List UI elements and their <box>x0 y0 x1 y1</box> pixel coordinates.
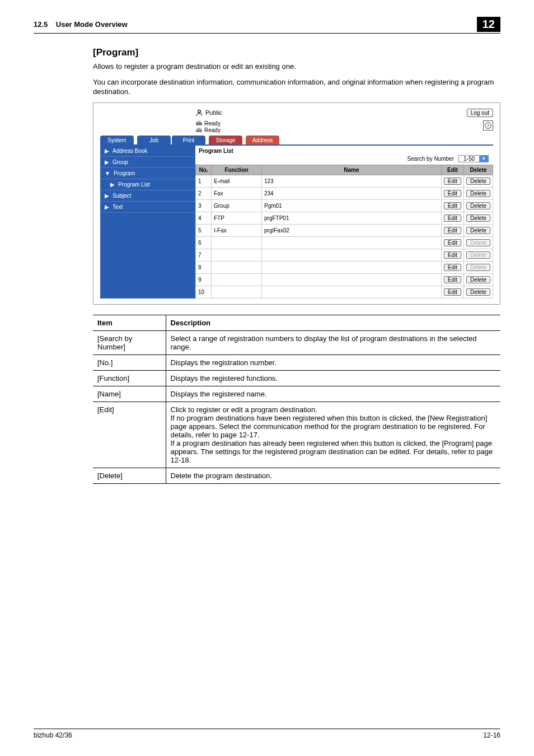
delete-button[interactable]: Delete <box>466 276 490 283</box>
sidebar-item-group[interactable]: ▶ Group <box>100 157 195 168</box>
svg-rect-2 <box>197 121 201 123</box>
cell-function: Group <box>212 199 262 212</box>
cell-no: 1 <box>196 175 212 187</box>
desc-text: Displays the registered functions. <box>166 370 500 386</box>
description-table: Item Description [Search by Number]Selec… <box>93 315 500 484</box>
tab-job[interactable]: Job <box>137 136 171 144</box>
edit-button[interactable]: Edit <box>444 276 461 283</box>
edit-button[interactable]: Edit <box>444 178 461 185</box>
table-row: 8EditDelete <box>196 261 493 273</box>
table-row: 7EditDelete <box>196 249 493 261</box>
delete-button[interactable]: Delete <box>466 227 490 234</box>
cell-name <box>262 286 442 298</box>
search-by-number-label: Search by Number <box>407 156 454 162</box>
cell-name <box>262 273 442 286</box>
embedded-screenshot: Public Log out Ready Ready <box>93 102 500 305</box>
desc-item: [Search by Number] <box>93 330 166 354</box>
edit-button[interactable]: Edit <box>444 202 461 209</box>
person-icon <box>195 109 203 116</box>
delete-button[interactable]: Delete <box>466 214 490 222</box>
cell-name: Pgm01 <box>262 199 442 212</box>
delete-button: Delete <box>466 251 490 259</box>
intro-para-2: You can incorporate destination informat… <box>93 77 500 97</box>
table-row: 5I-FaxprgIFax02EditDelete <box>196 224 493 236</box>
footer-model: bizhub 42/36 <box>34 731 72 739</box>
tab-print[interactable]: Print <box>172 136 205 144</box>
desc-text: Click to register or edit a program dest… <box>166 402 500 468</box>
cell-function <box>212 273 262 286</box>
sidebar-item-program-list[interactable]: ▶ Program List <box>100 179 195 190</box>
delete-button[interactable]: Delete <box>466 190 490 197</box>
table-row: [Delete]Delete the program destination. <box>93 468 500 483</box>
header-section-num: 12.5 <box>34 20 48 29</box>
edit-button[interactable]: Edit <box>444 288 461 296</box>
chevron-down-icon: ▾ <box>479 156 488 162</box>
desc-text: Delete the program destination. <box>166 468 500 483</box>
logout-button[interactable]: Log out <box>467 109 493 117</box>
cell-name: prgIFax02 <box>262 224 442 236</box>
cell-function: Fax <box>212 187 262 199</box>
delete-button[interactable]: Delete <box>466 288 490 296</box>
cell-function: I-Fax <box>212 224 262 236</box>
printer-icon <box>195 120 203 127</box>
cell-no: 10 <box>196 286 212 298</box>
edit-button[interactable]: Edit <box>444 251 461 259</box>
cell-no: 4 <box>196 212 212 224</box>
desc-item: [Function] <box>93 370 166 386</box>
cell-name: 234 <box>262 187 442 199</box>
desc-head-desc: Description <box>166 315 500 330</box>
section-title: [Program] <box>93 47 500 58</box>
cell-name <box>262 261 442 273</box>
col-no: No. <box>196 165 212 175</box>
svg-point-0 <box>198 110 201 113</box>
public-user-label: Public <box>195 109 222 116</box>
cell-function <box>212 261 262 273</box>
cell-function <box>212 286 262 298</box>
desc-item: [Delete] <box>93 468 166 483</box>
sidebar-item-program[interactable]: ▼ Program <box>100 168 195 179</box>
cell-no: 5 <box>196 224 212 236</box>
table-row: 9EditDelete <box>196 273 493 286</box>
tab-address[interactable]: Address <box>246 136 279 144</box>
edit-button[interactable]: Edit <box>444 239 461 246</box>
edit-button[interactable]: Edit <box>444 227 461 234</box>
status-ready-2: Ready <box>195 127 221 133</box>
cell-no: 9 <box>196 273 212 286</box>
desc-item: [Name] <box>93 386 166 402</box>
sidebar-item-text[interactable]: ▶ Text <box>100 202 195 213</box>
delete-button: Delete <box>466 239 490 246</box>
table-row: 6EditDelete <box>196 236 493 249</box>
tab-storage[interactable]: Storage <box>209 136 242 144</box>
main-panel-title: Program List <box>195 146 493 154</box>
cell-no: 2 <box>196 187 212 199</box>
cell-function <box>212 236 262 249</box>
desc-text: Select a range of registration numbers t… <box>166 330 500 354</box>
page-header: 12.5 User Mode Overview 12 <box>34 17 500 34</box>
svg-rect-4 <box>197 128 201 130</box>
sidebar-item-subject[interactable]: ▶ Subject <box>100 190 195 202</box>
delete-button[interactable]: Delete <box>466 202 490 209</box>
edit-button[interactable]: Edit <box>444 264 461 271</box>
desc-text: Displays the registered name. <box>166 386 500 402</box>
cell-name <box>262 236 442 249</box>
table-row: 2Fax234EditDelete <box>196 187 493 199</box>
table-row: 1E-mail123EditDelete <box>196 175 493 187</box>
page-footer: bizhub 42/36 12-16 <box>34 729 500 739</box>
desc-text: Displays the registration number. <box>166 354 500 370</box>
search-by-number-select[interactable]: 1-50 ▾ <box>458 155 489 162</box>
footer-page: 12-16 <box>483 731 500 739</box>
status-ready-1: Ready <box>195 120 221 127</box>
cell-name: 123 <box>262 175 442 187</box>
tab-system[interactable]: System <box>100 136 134 144</box>
delete-button[interactable]: Delete <box>466 178 490 185</box>
col-edit: Edit <box>441 165 463 175</box>
cell-no: 6 <box>196 236 212 249</box>
edit-button[interactable]: Edit <box>444 214 461 222</box>
table-row: 3GroupPgm01EditDelete <box>196 199 493 212</box>
sidebar-item-address-book[interactable]: ▶ Address Book <box>100 146 195 157</box>
desc-item: [No.] <box>93 354 166 370</box>
edit-button[interactable]: Edit <box>444 190 461 197</box>
intro-para-1: Allows to register a program destination… <box>93 62 500 72</box>
table-row: [Name]Displays the registered name. <box>93 386 500 402</box>
help-icon[interactable]: ? <box>483 120 493 130</box>
